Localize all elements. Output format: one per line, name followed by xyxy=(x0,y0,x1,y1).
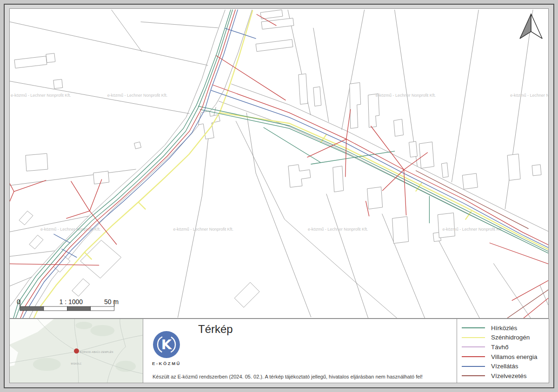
legend-label: Távhő xyxy=(491,344,509,351)
legend-item: Villamos energia xyxy=(457,352,549,362)
legend-item: Vízellátás xyxy=(457,361,549,371)
parcel-lines xyxy=(10,10,548,318)
inset-region-label: BORSOD-ABAÚJ-ZEMPLÉN xyxy=(80,351,113,353)
building-footprints xyxy=(14,10,541,307)
north-arrow-icon xyxy=(520,14,542,39)
scale-zero-label: 0 xyxy=(17,298,20,306)
utility-map-svg[interactable]: e-közmű - Lechner Nonprofit Kft. e-közmű… xyxy=(10,9,548,318)
legend-item: Vízelvezetés xyxy=(457,371,549,381)
scale-ratio-label: 1 : 1000 xyxy=(60,298,83,306)
map-canvas[interactable]: e-közmű - Lechner Nonprofit Kft. e-közmű… xyxy=(9,8,549,319)
svg-text:e-közmű - Lechner Nonprofit Kf: e-közmű - Lechner Nonprofit Kft. xyxy=(107,93,168,98)
inset-map: BORSOD-ABAÚJ-ZEMPLÉN MISKOLC xyxy=(9,319,143,383)
scale-distance-label: 50 m xyxy=(104,298,119,306)
disclaimer-text: Készült az E-közmű rendszerben (2024. 05… xyxy=(153,374,423,379)
page-title: Térkép xyxy=(198,323,233,336)
svg-text:e-közmű - Lechner Nonprofit Kf: e-közmű - Lechner Nonprofit Kft. xyxy=(510,93,548,98)
inset-city-label: MISKOLC xyxy=(71,363,82,365)
svg-text:e-közmű - Lechner Nonprofit Kf: e-közmű - Lechner Nonprofit Kft. xyxy=(376,93,436,98)
legend-panel: Hírközlés Szénhidrogén Távhő Villamos en… xyxy=(457,319,549,383)
legend-item: Hírközlés xyxy=(457,323,549,333)
svg-text:e-közmű - Lechner Nonprofit Kf: e-közmű - Lechner Nonprofit Kft. xyxy=(442,227,503,232)
title-panel: K E-KÖZMŰ Térkép Készült az E-közmű rend… xyxy=(143,319,457,383)
svg-text:e-közmű - Lechner Nonprofit Kf: e-közmű - Lechner Nonprofit Kft. xyxy=(11,93,71,98)
location-marker xyxy=(74,348,79,353)
svg-text:e-közmű - Lechner Nonprofit Kf: e-közmű - Lechner Nonprofit Kft. xyxy=(40,227,101,232)
utility-villamos-lines xyxy=(10,10,548,318)
ekozmu-logo-letter: K xyxy=(153,331,180,358)
legend-swatch-hirkozles xyxy=(462,327,485,328)
legend-label: Vízellátás xyxy=(491,363,518,370)
legend-swatch-villamos xyxy=(462,356,485,357)
legend-swatch-tavho xyxy=(462,346,485,347)
legend-swatch-vizelvezetes xyxy=(462,375,485,376)
ekozmu-logo-name: E-KÖZMŰ xyxy=(148,361,185,366)
page-frame: e-közmű - Lechner Nonprofit Kft. e-közmű… xyxy=(4,4,554,388)
svg-text:e-közmű - Lechner Nonprofit Kf: e-közmű - Lechner Nonprofit Kft. xyxy=(308,227,368,232)
legend-item: Szénhidrogén xyxy=(457,333,549,343)
legend-label: Hírközlés xyxy=(491,325,517,332)
ekozmu-logo-icon: K xyxy=(153,331,180,358)
legend-label: Vízelvezetés xyxy=(491,372,527,379)
legend-item: Távhő xyxy=(457,342,549,352)
legend-swatch-szenhidrogen xyxy=(462,337,485,338)
inset-map-svg: BORSOD-ABAÚJ-ZEMPLÉN MISKOLC xyxy=(10,319,143,383)
legend-label: Szénhidrogén xyxy=(491,334,530,341)
scale-bar: 0 1 : 1000 50 m xyxy=(17,298,119,311)
legend-swatch-vizellatas xyxy=(462,366,485,367)
svg-text:e-közmű - Lechner Nonprofit Kf: e-közmű - Lechner Nonprofit Kft. xyxy=(173,227,233,232)
legend-label: Villamos energia xyxy=(491,353,538,360)
